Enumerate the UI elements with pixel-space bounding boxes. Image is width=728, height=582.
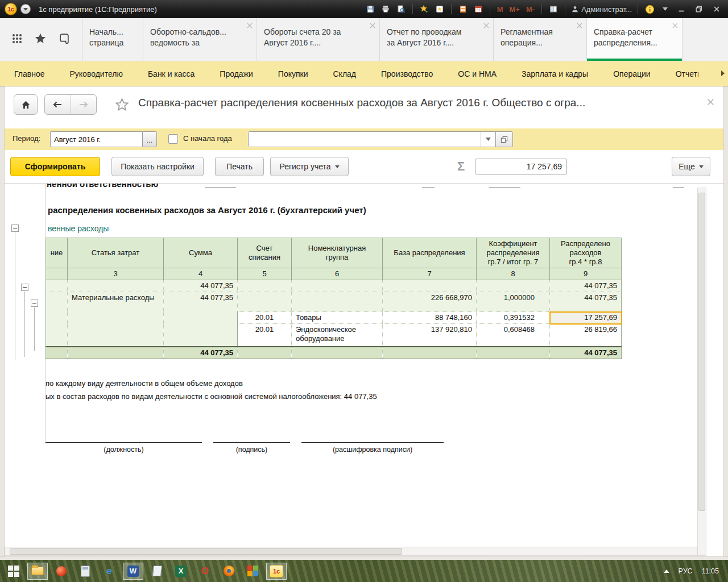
- cell-base[interactable]: 137 920,810: [383, 324, 477, 347]
- tab-home-page[interactable]: Началь... страница: [82, 18, 143, 61]
- cell[interactable]: [292, 347, 383, 359]
- menu-item-purchases[interactable]: Покупки: [278, 69, 308, 78]
- cell-base[interactable]: 88 748,160: [383, 312, 477, 324]
- col-number[interactable]: 9: [550, 268, 622, 280]
- restore-button[interactable]: [692, 3, 706, 15]
- memory-recall-button[interactable]: M: [496, 5, 504, 14]
- col-number[interactable]: 7: [383, 268, 477, 280]
- system-menu-button[interactable]: [20, 4, 31, 14]
- tab-posting-report[interactable]: Отчет по проводкам за Август 2016 г....: [380, 18, 494, 61]
- cell[interactable]: [477, 280, 550, 292]
- period-input[interactable]: [50, 131, 142, 147]
- col-number[interactable]: 6: [292, 268, 383, 280]
- generate-button[interactable]: Сформировать: [10, 157, 100, 176]
- menu-item-production[interactable]: Производство: [381, 69, 433, 78]
- split-window-button[interactable]: [548, 3, 559, 15]
- tab-close-icon[interactable]: [483, 21, 489, 27]
- tab-account-20-turnovers[interactable]: Обороты счета 20 за Август 2016 г....: [257, 18, 380, 61]
- menu-item-bank-cash[interactable]: Банк и касса: [148, 69, 195, 78]
- menu-item-reports[interactable]: Отчеты: [676, 69, 698, 78]
- col-header-allocated[interactable]: Распределено расходов гр.4 * гр.8: [550, 238, 622, 268]
- taskbar-calculator[interactable]: [75, 563, 96, 580]
- history-icon[interactable]: [58, 32, 71, 47]
- calculator-button[interactable]: [457, 3, 469, 15]
- col-header-sum[interactable]: Сумма: [164, 238, 238, 268]
- col-header-allocation-base[interactable]: База распределения: [383, 238, 477, 268]
- col-number[interactable]: 5: [238, 268, 292, 280]
- cell-nomenclature-group[interactable]: Эндоскопическое оборудование: [292, 324, 383, 347]
- organization-dropdown-icon[interactable]: [481, 132, 495, 147]
- col-header-department[interactable]: ние: [46, 238, 68, 268]
- info-button[interactable]: [644, 3, 655, 15]
- cell[interactable]: [46, 280, 68, 292]
- menu-item-operations[interactable]: Операции: [613, 69, 651, 78]
- favorite-star-icon[interactable]: [115, 98, 129, 114]
- taskbar-firefox[interactable]: [218, 563, 239, 580]
- memory-subtract-button[interactable]: M-: [525, 5, 536, 14]
- period-more-button[interactable]: ...: [142, 131, 157, 147]
- cell[interactable]: [68, 280, 164, 292]
- cell[interactable]: [292, 292, 383, 312]
- print-preview-button[interactable]: [395, 3, 407, 15]
- cell-allocated[interactable]: 44 077,35: [550, 292, 622, 312]
- cell[interactable]: [238, 292, 292, 312]
- start-button[interactable]: [3, 563, 24, 580]
- cell-nomenclature-group[interactable]: Товары: [292, 312, 383, 324]
- favorites-button[interactable]: [434, 3, 445, 15]
- horizontal-scrollbar-thumb[interactable]: [10, 548, 402, 555]
- forward-button[interactable]: [71, 95, 97, 114]
- calendar-button[interactable]: 31: [473, 3, 484, 15]
- form-close-icon[interactable]: [707, 98, 714, 108]
- collapse-group-button[interactable]: [11, 225, 19, 232]
- menu-overflow-arrow-icon[interactable]: [721, 70, 725, 76]
- tab-cost-allocation-report[interactable]: Справка-расчет распределения...: [587, 18, 682, 61]
- col-header-coefficient[interactable]: Коэффициент распределения гр.7 / итог гр…: [477, 238, 550, 268]
- cell[interactable]: [238, 280, 292, 292]
- cell[interactable]: [383, 347, 477, 359]
- tab-routine-operation[interactable]: Регламентная операция...: [494, 18, 587, 61]
- col-header-account[interactable]: Счет списания: [238, 238, 292, 268]
- cell-total-allocated[interactable]: 44 077,35: [550, 347, 622, 359]
- tab-close-icon[interactable]: [247, 21, 253, 27]
- close-button[interactable]: [710, 3, 723, 15]
- more-button[interactable]: Еще: [672, 157, 710, 176]
- taskbar-file-explorer[interactable]: [27, 563, 48, 580]
- cell-cost-article[interactable]: Материальные расходы: [68, 292, 164, 347]
- taskbar-media-app[interactable]: [51, 563, 72, 580]
- tray-expand-icon[interactable]: [664, 569, 669, 573]
- menu-item-main[interactable]: Главное: [14, 69, 45, 78]
- taskbar-1c-enterprise[interactable]: 1с: [266, 563, 287, 580]
- menu-item-salary-hr[interactable]: Зарплата и кадры: [522, 69, 588, 78]
- add-favorite-button[interactable]: [419, 3, 430, 15]
- horizontal-scrollbar[interactable]: [5, 547, 697, 556]
- year-to-date-checkbox[interactable]: [168, 134, 178, 144]
- tab-turnover-balance-sheet[interactable]: Оборотно-сальдов... ведомость за: [143, 18, 257, 61]
- taskbar-colored-app[interactable]: [242, 563, 263, 580]
- print-report-button[interactable]: Печать: [215, 157, 264, 176]
- menu-item-manager[interactable]: Руководителю: [70, 69, 123, 78]
- collapse-group-button[interactable]: [31, 300, 38, 307]
- cell-allocated-selected[interactable]: 17 257,69: [550, 312, 622, 324]
- menu-item-warehouse[interactable]: Склад: [333, 69, 356, 78]
- print-button[interactable]: [380, 3, 391, 15]
- vertical-scrollbar-thumb[interactable]: [698, 193, 705, 511]
- cell[interactable]: [68, 347, 164, 359]
- tab-close-icon[interactable]: [370, 21, 375, 27]
- memory-add-button[interactable]: M+: [508, 5, 521, 14]
- cell[interactable]: [46, 347, 68, 359]
- minimize-button[interactable]: [675, 3, 688, 15]
- back-button[interactable]: [45, 95, 71, 114]
- report-spreadsheet[interactable]: ненной ответственностью распределения ко…: [5, 183, 723, 556]
- language-indicator[interactable]: РУС: [679, 567, 693, 575]
- taskbar-word[interactable]: W: [123, 563, 143, 580]
- favorites-star-icon[interactable]: [34, 32, 47, 47]
- cell-total-sum[interactable]: 44 077,35: [164, 347, 238, 359]
- cell-account[interactable]: 20.01: [238, 324, 292, 347]
- col-number[interactable]: [46, 268, 68, 280]
- cell[interactable]: [238, 347, 292, 359]
- autosum-field[interactable]: [475, 159, 567, 174]
- cell[interactable]: [46, 292, 68, 347]
- col-number[interactable]: 4: [164, 268, 238, 280]
- cell-coefficient[interactable]: 0,608468: [477, 324, 550, 347]
- cell-sum[interactable]: 44 077,35: [164, 280, 238, 292]
